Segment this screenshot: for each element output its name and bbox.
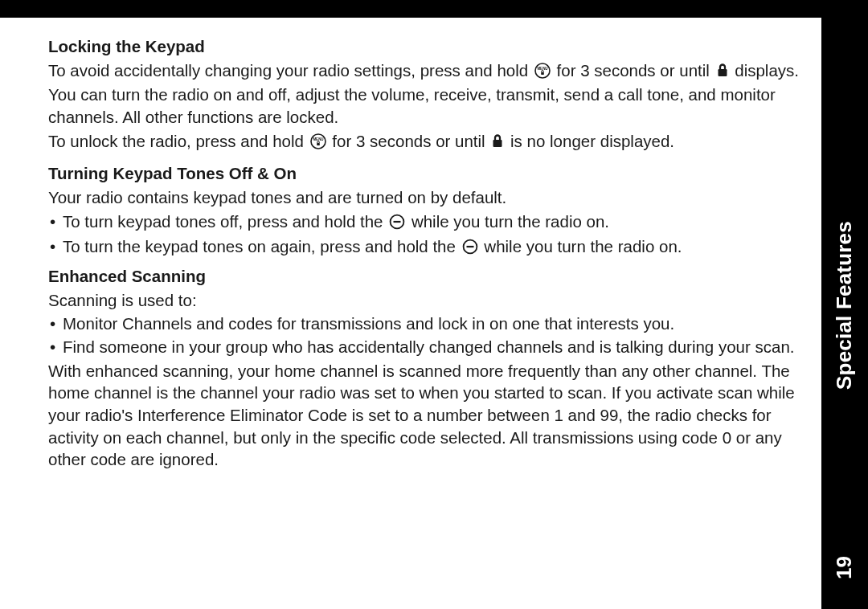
top-black-bar bbox=[0, 0, 868, 18]
side-tab: Special Features 19 bbox=[821, 18, 868, 609]
text: To turn keypad tones off, press and hold… bbox=[63, 212, 387, 231]
svg-text:MENU: MENU bbox=[313, 137, 323, 141]
text: while you turn the radio on. bbox=[411, 212, 609, 231]
lock-icon bbox=[491, 133, 504, 155]
text: To avoid accidentally changing your radi… bbox=[48, 61, 533, 80]
body-paragraph: Your radio contains keypad tones and are… bbox=[48, 186, 820, 209]
page-content: Locking the Keypad To avoid accidentally… bbox=[0, 18, 868, 488]
bullet-text: Monitor Channels and codes for transmiss… bbox=[63, 313, 820, 335]
page-number: 19 bbox=[833, 556, 858, 579]
section-title-tones: Turning Keypad Tones Off & On bbox=[48, 162, 820, 185]
bullet-item: • Monitor Channels and codes for transmi… bbox=[48, 313, 820, 335]
bullet-text: Find someone in your group who has accid… bbox=[63, 336, 820, 358]
section-title-scanning: Enhanced Scanning bbox=[48, 265, 820, 288]
bullet-item: • To turn keypad tones off, press and ho… bbox=[48, 210, 820, 235]
svg-text:MENU: MENU bbox=[537, 66, 547, 70]
section-title-locking: Locking the Keypad bbox=[48, 35, 820, 58]
side-tab-label: Special Features bbox=[833, 221, 858, 390]
bullet-item: • Find someone in your group who has acc… bbox=[48, 336, 820, 358]
bullet-dot: • bbox=[50, 235, 58, 260]
bullet-dot: • bbox=[50, 313, 58, 335]
svg-rect-3 bbox=[718, 69, 727, 76]
svg-rect-2 bbox=[541, 72, 544, 75]
text: for 3 seconds or until bbox=[332, 132, 489, 150]
circle-minus-icon bbox=[389, 213, 405, 235]
text: is no longer displayed. bbox=[510, 132, 674, 150]
circle-minus-icon bbox=[462, 238, 478, 260]
body-paragraph: With enhanced scanning, your home channe… bbox=[48, 360, 820, 471]
bullet-text: To turn keypad tones off, press and hold… bbox=[63, 210, 820, 235]
bullet-text: To turn the keypad tones on again, press… bbox=[63, 235, 820, 260]
body-paragraph: Scanning is used to: bbox=[48, 289, 820, 312]
text: To unlock the radio, press and hold bbox=[48, 132, 309, 150]
body-paragraph: To avoid accidentally changing your radi… bbox=[48, 59, 820, 129]
lock-icon bbox=[716, 62, 729, 84]
bullet-dot: • bbox=[50, 336, 58, 358]
menu-lock-icon: MENU bbox=[534, 62, 551, 84]
svg-rect-7 bbox=[493, 140, 502, 147]
text: for 3 seconds or until bbox=[557, 61, 714, 80]
bullet-item: • To turn the keypad tones on again, pre… bbox=[48, 235, 820, 260]
svg-rect-6 bbox=[317, 143, 320, 145]
menu-lock-icon: MENU bbox=[310, 133, 326, 155]
bullet-dot: • bbox=[50, 210, 58, 235]
body-paragraph: To unlock the radio, press and hold MENU… bbox=[48, 130, 820, 155]
text: To turn the keypad tones on again, press… bbox=[63, 237, 461, 255]
text: while you turn the radio on. bbox=[484, 237, 682, 255]
